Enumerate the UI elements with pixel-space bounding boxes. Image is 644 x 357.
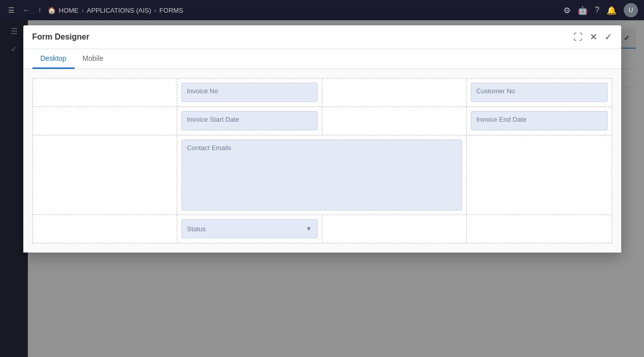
up-icon[interactable]: ↑ — [36, 4, 44, 16]
grid-row-3: Contact Emails — [33, 135, 612, 215]
grid-cell-4-4 — [467, 215, 612, 243]
grid-cell-4-3 — [322, 215, 467, 243]
form-grid: Invoice No Customer No Inv — [32, 78, 612, 243]
grid-cell-1-3 — [322, 79, 467, 106]
grid-row-1: Invoice No Customer No — [33, 79, 612, 107]
nav-right-actions: ⚙ 🤖 ? 🔔 U — [563, 3, 638, 17]
invoice-no-label: Invoice No — [187, 87, 218, 95]
modal-confirm-icon[interactable]: ✓ — [604, 32, 612, 42]
grid-cell-1-2: Invoice No — [177, 79, 322, 106]
form-designer-body: Invoice No Customer No Inv — [23, 69, 621, 253]
menu-icon[interactable]: ☰ — [6, 4, 17, 16]
status-chevron-icon: ▼ — [306, 225, 312, 232]
contact-emails-widget[interactable]: Contact Emails — [181, 139, 462, 210]
modal-actions: ⛶ ✕ ✓ — [574, 32, 612, 42]
grid-cell-1-1 — [33, 79, 178, 106]
form-designer-modal: Form Designer ⛶ ✕ ✓ Desktop Mobile — [23, 25, 621, 253]
grid-cell-1-4: Customer No — [467, 79, 612, 106]
breadcrumb-chevron-2: › — [154, 7, 156, 14]
tab-desktop[interactable]: Desktop — [32, 49, 74, 69]
home-icon: 🏠 — [48, 7, 56, 14]
grid-row-4: Status ▼ — [33, 215, 612, 243]
notification-icon[interactable]: 🔔 — [607, 6, 617, 15]
help-icon[interactable]: ? — [595, 6, 599, 15]
tabs-bar: Desktop Mobile — [23, 49, 621, 69]
invoice-start-date-widget[interactable]: Invoice Start Date — [181, 111, 318, 130]
customer-no-widget[interactable]: Customer No — [471, 83, 608, 102]
invoice-start-date-label: Invoice Start Date — [187, 116, 239, 123]
grid-cell-2-4: Invoice End Date — [467, 107, 612, 135]
grid-cell-2-1 — [33, 107, 178, 135]
settings-icon[interactable]: ⚙ — [563, 6, 571, 15]
invoice-end-date-label: Invoice End Date — [476, 116, 526, 123]
grid-cell-3-3 — [467, 135, 612, 215]
status-dropdown-widget[interactable]: Status ▼ — [181, 219, 318, 238]
invoice-no-widget[interactable]: Invoice No — [181, 83, 318, 102]
expand-icon[interactable]: ⛶ — [574, 32, 583, 42]
grid-cell-2-2: Invoice Start Date — [177, 107, 322, 135]
modal-close-icon[interactable]: ✕ — [590, 32, 597, 42]
grid-cell-3-1 — [33, 135, 178, 215]
home-label[interactable]: HOME — [59, 7, 79, 14]
status-label: Status — [187, 225, 206, 233]
customer-no-label: Customer No — [476, 87, 515, 95]
grid-cell-2-3 — [322, 107, 467, 135]
robot-icon[interactable]: 🤖 — [578, 6, 588, 15]
grid-cell-4-1 — [33, 215, 178, 243]
modal-overlay: Form Designer ⛶ ✕ ✓ Desktop Mobile — [0, 20, 644, 357]
grid-cell-3-2: Contact Emails — [177, 135, 467, 215]
back-icon[interactable]: ← — [21, 4, 32, 16]
applications-label[interactable]: APPLICATIONS (AIS) — [87, 7, 151, 14]
grid-row-2: Invoice Start Date Invoice End Date — [33, 107, 612, 135]
top-nav-bar: ☰ ← ↑ 🏠 HOME › APPLICATIONS (AIS) › FORM… — [0, 0, 644, 20]
tab-mobile[interactable]: Mobile — [74, 49, 111, 69]
avatar[interactable]: U — [624, 3, 638, 17]
grid-cell-4-2: Status ▼ — [177, 215, 322, 243]
breadcrumb: 🏠 HOME › APPLICATIONS (AIS) › FORMS — [48, 7, 183, 14]
invoice-end-date-widget[interactable]: Invoice End Date — [471, 111, 608, 130]
modal-title: Form Designer — [32, 32, 574, 42]
breadcrumb-chevron-1: › — [82, 7, 84, 14]
contact-emails-label: Contact Emails — [187, 144, 231, 152]
modal-header: Form Designer ⛶ ✕ ✓ — [23, 25, 621, 49]
forms-label[interactable]: FORMS — [160, 7, 183, 14]
